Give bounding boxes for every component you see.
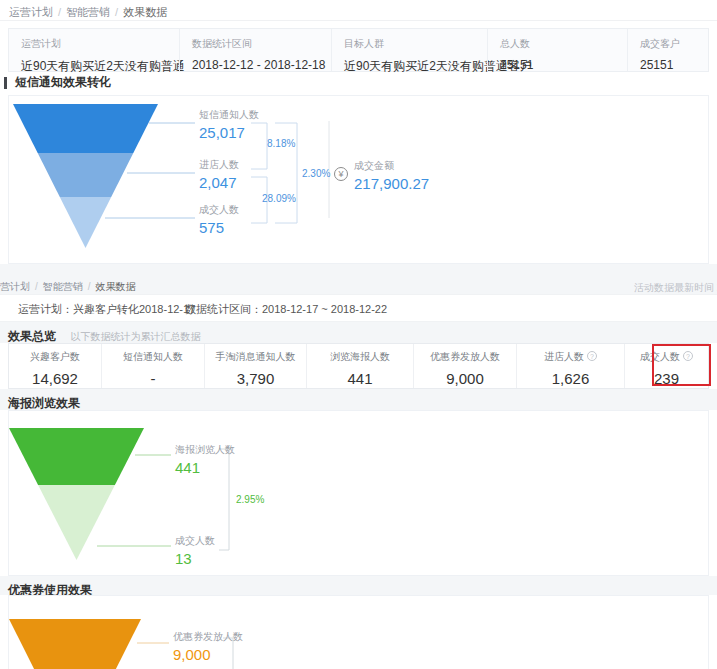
plan-name: 运营计划：兴趣客户转化2018-12-17 <box>18 302 195 317</box>
date-range: 数据统计区间：2018-12-17 ~ 2018-12-22 <box>185 302 387 317</box>
coupon-title-band: 优惠券使用效果 <box>0 576 717 595</box>
stat-value: - <box>102 370 204 387</box>
funnel-stage: 海报浏览人数 441 <box>175 443 235 476</box>
stat-label: 进店人数? <box>517 350 624 364</box>
poster-title-band: 海报浏览效果 <box>0 389 717 410</box>
stat-coupons-issued: 优惠券发放人数 9,000 <box>413 344 516 388</box>
stat-value: 239 <box>625 370 708 387</box>
plan-value: 兴趣客户转化2018-12-17 <box>73 303 195 315</box>
info-col-plan: 运营计划 近90天有购买近2天没有购普通 <box>9 29 179 71</box>
data-update-time: 活动数据最新时间 2018-12 <box>634 281 717 295</box>
stat-label: 优惠券发放人数 <box>414 350 516 364</box>
funnel-segment-coupons-issued[interactable] <box>9 619 141 669</box>
funnel-stage-value: 2,047 <box>199 174 239 191</box>
info-col-range: 数据统计区间 2018-12-12 - 2018-12-18 <box>179 29 331 71</box>
funnel-segment-poster-views[interactable] <box>9 428 144 485</box>
stat-value: 9,000 <box>414 370 516 387</box>
coupon-funnel-card: 优惠券发放人数 9,000 <box>8 595 709 669</box>
info-col-deal-customers: 成交客户 25151 <box>627 29 708 71</box>
breadcrumb-item-plan[interactable]: 营计划 <box>0 281 30 292</box>
poster-funnel-card: 海报浏览人数 441 成交人数 13 2.95% <box>8 410 709 576</box>
breadcrumb-item-current: 效果数据 <box>96 281 136 292</box>
funnel-stage-label: 进店人数 <box>199 158 239 172</box>
funnel-segment-store-visits[interactable] <box>38 153 134 197</box>
info-col-audience: 目标人群 近90天有购买近2天没有购普通客户 <box>331 29 487 71</box>
overall-conversion-rate: 2.30% <box>302 168 330 179</box>
funnel-stage-value: 25,017 <box>199 124 259 141</box>
info-value: 25151 <box>640 58 708 72</box>
funnel-stage-label: 海报浏览人数 <box>175 443 235 457</box>
conversion-rate-2: 28.09% <box>262 193 296 204</box>
poster-funnel-chart <box>9 411 309 571</box>
funnel-stage-value: 9,000 <box>173 646 243 663</box>
deal-amount: 成交金额 217,900.27 <box>354 159 429 192</box>
stat-label: 兴趣客户数 <box>9 350 101 364</box>
overview-title: 效果总览 <box>8 329 56 343</box>
breadcrumb-separator: / <box>53 6 66 18</box>
stat-interest-customers: 兴趣客户数 14,692 <box>9 344 101 388</box>
funnel-stage-label: 成交人数 <box>175 534 215 548</box>
question-circle-icon[interactable]: ? <box>587 351 597 361</box>
funnel-stage-value: 13 <box>175 550 215 567</box>
title-bar-accent <box>4 77 7 89</box>
stat-deals: 成交人数? 239 <box>624 344 708 388</box>
funnel-stage-value: 441 <box>175 459 235 476</box>
stat-taobao-message: 手淘消息通知人数 3,790 <box>204 344 306 388</box>
funnel-stage-value: 575 <box>199 219 239 236</box>
overview-stats-row: 兴趣客户数 14,692 短信通知人数 - 手淘消息通知人数 3,790 浏览海… <box>8 343 709 389</box>
section2-header-band: 营计划/智能营销/效果数据 活动数据最新时间 2018-12 运营计划：兴趣客户… <box>0 264 717 343</box>
info-label: 运营计划 <box>21 37 179 51</box>
funnel-stage: 短信通知人数 25,017 <box>199 108 259 141</box>
deal-amount-label: 成交金额 <box>354 159 429 173</box>
stat-value: 441 <box>307 370 413 387</box>
info-value: 25151 <box>500 58 627 72</box>
funnel-stage-label: 短信通知人数 <box>199 108 259 122</box>
range-value: 2018-12-17 ~ 2018-12-22 <box>262 303 387 315</box>
range-label: 数据统计区间： <box>185 303 262 315</box>
funnel-segment-sms-notified[interactable] <box>13 104 158 153</box>
funnel-stage-label: 成交人数 <box>199 203 239 217</box>
plan-info-strip: 运营计划：兴趣客户转化2018-12-17 数据统计区间：2018-12-17 … <box>0 294 717 322</box>
overview-note: 以下数据统计为累计汇总数据 <box>70 331 200 342</box>
info-value: 2018-12-12 - 2018-12-18 <box>192 58 331 72</box>
stat-sms-notified: 短信通知人数 - <box>101 344 204 388</box>
dashboard-page: 运营计划/智能营销/效果数据 运营计划 近90天有购买近2天没有购普通 数据统计… <box>0 0 717 669</box>
breadcrumb-2: 营计划/智能营销/效果数据 <box>0 280 136 294</box>
coupon-funnel-chart <box>9 596 309 669</box>
stat-label: 成交人数? <box>625 350 708 364</box>
funnel-segment-deals[interactable] <box>60 197 111 248</box>
info-label: 成交客户 <box>640 37 708 51</box>
funnel-stage: 优惠券发放人数 9,000 <box>173 630 243 663</box>
breadcrumb-separator: / <box>30 281 43 292</box>
info-value: 近90天有购买近2天没有购普通客户 <box>344 58 487 75</box>
section-title-sms-funnel: 短信通知效果转化 <box>4 74 111 91</box>
yen-circle-icon: ¥ <box>334 167 348 181</box>
funnel-stage: 成交人数 575 <box>199 203 239 236</box>
section-title-text: 短信通知效果转化 <box>15 74 111 91</box>
stat-value: 3,790 <box>205 370 306 387</box>
funnel-stage: 进店人数 2,047 <box>199 158 239 191</box>
stat-value: 14,692 <box>9 370 101 387</box>
stat-poster-views: 浏览海报人数 441 <box>306 344 413 388</box>
deal-amount-value: 217,900.27 <box>354 175 429 192</box>
breadcrumb-item-marketing[interactable]: 智能营销 <box>66 6 110 18</box>
question-circle-icon[interactable]: ? <box>683 351 693 361</box>
plan-label: 运营计划： <box>18 303 73 315</box>
stat-label: 手淘消息通知人数 <box>205 350 306 364</box>
info-value: 近90天有购买近2天没有购普通 <box>21 58 179 75</box>
breadcrumb: 运营计划/智能营销/效果数据 <box>9 5 167 20</box>
stat-store-visits: 进店人数? 1,626 <box>516 344 624 388</box>
stat-value: 1,626 <box>517 370 624 387</box>
overall-conversion-rate: 2.95% <box>236 494 264 505</box>
stat-label: 浏览海报人数 <box>307 350 413 364</box>
campaign-info-bar: 运营计划 近90天有购买近2天没有购普通 数据统计区间 2018-12-12 -… <box>8 28 709 72</box>
funnel-stage-label: 优惠券发放人数 <box>173 630 243 644</box>
info-col-total: 总人数 25151 <box>487 29 627 71</box>
funnel-stage: 成交人数 13 <box>175 534 215 567</box>
breadcrumb-item-plan[interactable]: 运营计划 <box>9 6 53 18</box>
info-label: 数据统计区间 <box>192 37 331 51</box>
funnel-segment-deals[interactable] <box>38 485 115 560</box>
breadcrumb-item-marketing[interactable]: 智能营销 <box>43 281 83 292</box>
conversion-rate-1: 8.18% <box>267 138 295 149</box>
sms-funnel-card: 短信通知人数 25,017 进店人数 2,047 成交人数 575 8.18% … <box>8 95 709 264</box>
